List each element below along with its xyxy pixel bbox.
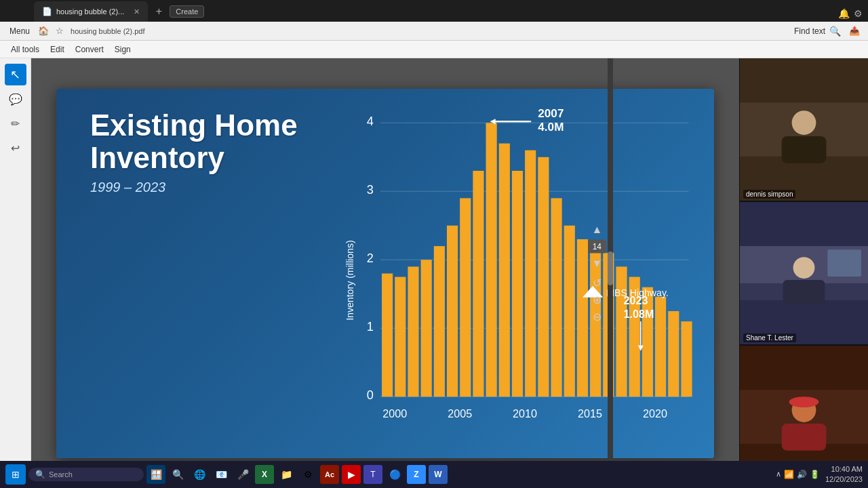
- convert-menu[interactable]: Convert: [70, 43, 109, 56]
- svg-text:2015: 2015: [578, 407, 602, 419]
- taskbar-app-windows[interactable]: 🪟: [146, 465, 165, 484]
- browser-tab-bar: 📄 housing bubble (2)... ✕ + Create 🔔 ⚙: [0, 0, 868, 22]
- svg-rect-24: [551, 198, 561, 396]
- scrollbar[interactable]: [608, 58, 613, 488]
- undo-tool[interactable]: ↩: [5, 137, 26, 159]
- taskbar-app-pdf[interactable]: Ac: [320, 465, 339, 484]
- taskbar: ⊞ 🔍 Search 🪟 🔍 🌐 📧 🎤 X 📁 ⚙ Ac ▶ T 🔵 Z W …: [0, 461, 868, 488]
- svg-rect-18: [473, 171, 484, 396]
- svg-text:2: 2: [367, 251, 374, 265]
- file-name: housing bubble (2).pdf: [71, 27, 793, 35]
- active-tab[interactable]: 📄 housing bubble (2)... ✕: [34, 1, 148, 22]
- svg-rect-12: [395, 277, 406, 396]
- left-sidebar: ↖ 💬 ✏ ↩: [0, 58, 31, 488]
- svg-rect-16: [447, 225, 458, 396]
- volume-icon: 🔊: [797, 470, 807, 479]
- video-panel: dennis simpson Shane T. Lester: [739, 58, 868, 488]
- slide-title-area: Existing Home Inventory 1999 – 2023: [90, 109, 298, 196]
- page-number-box: 14: [588, 240, 606, 253]
- svg-rect-20: [499, 143, 510, 396]
- svg-text:MBS Highway.: MBS Highway.: [606, 287, 669, 298]
- home-button[interactable]: 🏠: [35, 24, 52, 37]
- sign-menu[interactable]: Sign: [109, 43, 136, 56]
- taskbar-app-zoom[interactable]: Z: [407, 465, 426, 484]
- svg-text:2020: 2020: [643, 407, 667, 419]
- comment-tool[interactable]: 💬: [5, 88, 26, 110]
- taskbar-app-mic[interactable]: 🎤: [233, 465, 252, 484]
- new-tab-button[interactable]: +: [151, 3, 167, 20]
- svg-rect-14: [421, 260, 432, 396]
- scrollbar-thumb[interactable]: [608, 251, 613, 285]
- scroll-up-button[interactable]: ▲: [591, 224, 602, 236]
- svg-rect-32: [655, 296, 666, 396]
- taskbar-app-folder[interactable]: 📁: [277, 465, 296, 484]
- taskbar-app-word[interactable]: W: [429, 465, 448, 484]
- svg-text:2005: 2005: [448, 407, 472, 419]
- rotate-button[interactable]: ↺: [593, 277, 601, 289]
- taskbar-app-mail[interactable]: 📧: [212, 465, 231, 484]
- svg-text:3: 3: [367, 183, 374, 197]
- video-bg-2: [740, 202, 868, 344]
- scroll-down-button[interactable]: ▼: [591, 258, 602, 270]
- svg-rect-61: [782, 424, 827, 451]
- start-button[interactable]: ⊞: [5, 464, 26, 485]
- clock: 10:40 AM 12/20/2023: [825, 464, 863, 485]
- pdf-viewer: Existing Home Inventory 1999 – 2023: [31, 58, 739, 488]
- svg-rect-29: [616, 266, 627, 396]
- highlight-tool[interactable]: ✏: [5, 113, 26, 134]
- chart-area: 0 1 2 3 4 Inventory (millions): [334, 102, 701, 445]
- edit-menu[interactable]: Edit: [45, 43, 70, 56]
- svg-rect-26: [577, 239, 588, 396]
- battery-icon: 🔋: [810, 470, 820, 479]
- menu-button[interactable]: Menu: [5, 24, 34, 38]
- svg-rect-53: [782, 136, 827, 163]
- slide-heading: Existing Home Inventory: [90, 109, 298, 175]
- taskbar-app-youtube[interactable]: ▶: [342, 465, 361, 484]
- svg-rect-34: [681, 321, 692, 396]
- search-bar-text: Search: [49, 470, 73, 479]
- tab-close-icon[interactable]: ✕: [134, 7, 140, 16]
- taskbar-app-search[interactable]: 🔍: [168, 465, 187, 484]
- taskbar-app-chrome[interactable]: 🔵: [385, 465, 404, 484]
- video-feed-1: dennis simpson: [740, 58, 868, 202]
- find-text-area: Find text 🔍: [794, 26, 841, 37]
- svg-text:1.08M: 1.08M: [624, 308, 654, 320]
- svg-text:Inventory (millions): Inventory (millions): [344, 240, 355, 321]
- svg-rect-57: [783, 280, 825, 304]
- tray-up-icon[interactable]: ∧: [776, 470, 781, 479]
- svg-rect-33: [668, 311, 679, 396]
- notification-icon[interactable]: 🔔: [838, 8, 850, 19]
- slide-subtitle: 1999 – 2023: [90, 180, 298, 195]
- taskbar-app-settings[interactable]: ⚙: [298, 465, 317, 484]
- select-tool[interactable]: ↖: [5, 64, 26, 85]
- tab-favicon: 📄: [42, 7, 52, 16]
- search-icon[interactable]: 🔍: [829, 26, 841, 37]
- zoom-in-button[interactable]: ⊕: [593, 293, 601, 306]
- svg-rect-15: [434, 246, 445, 396]
- svg-rect-22: [525, 150, 536, 396]
- create-button[interactable]: Create: [170, 5, 204, 18]
- svg-rect-11: [382, 273, 393, 396]
- svg-rect-58: [827, 249, 861, 277]
- svg-text:1: 1: [367, 320, 374, 333]
- zoom-out-button[interactable]: ⊖: [593, 310, 601, 323]
- all-tools-menu[interactable]: All tools: [5, 43, 45, 56]
- settings-icon[interactable]: ⚙: [854, 8, 863, 19]
- taskbar-app-edge[interactable]: 🌐: [190, 465, 209, 484]
- svg-point-52: [792, 110, 816, 135]
- system-tray: ∧ 📶 🔊 🔋: [776, 470, 820, 479]
- svg-text:4.0M: 4.0M: [538, 120, 564, 134]
- tab-title: housing bubble (2)...: [56, 7, 124, 16]
- find-text-label: Find text: [794, 26, 825, 36]
- bookmark-button[interactable]: ☆: [53, 24, 66, 37]
- svg-point-56: [793, 257, 815, 279]
- taskbar-app-teams[interactable]: T: [363, 465, 382, 484]
- svg-point-62: [789, 396, 819, 407]
- share-button[interactable]: 📤: [846, 24, 863, 37]
- svg-rect-13: [408, 266, 418, 396]
- wifi-icon: 📶: [784, 470, 794, 479]
- svg-text:2000: 2000: [382, 407, 407, 419]
- acrobat-toolbar: Menu 🏠 ☆ housing bubble (2).pdf Find tex…: [0, 22, 868, 41]
- taskbar-app-excel[interactable]: X: [255, 465, 274, 484]
- search-bar[interactable]: 🔍 Search: [28, 468, 144, 481]
